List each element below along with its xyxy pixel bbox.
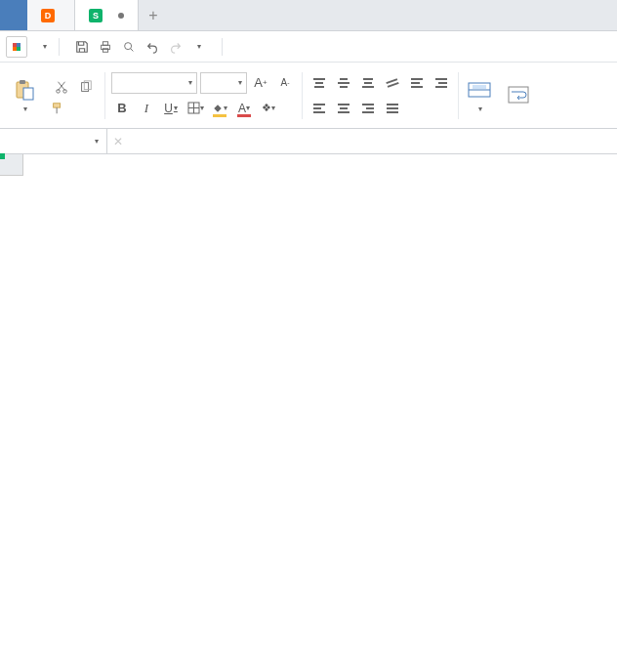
indent-increase-button[interactable]	[431, 72, 452, 94]
redo-button[interactable]	[165, 36, 186, 58]
underline-button[interactable]: U▾	[160, 98, 182, 119]
align-middle-button[interactable]	[333, 72, 354, 94]
align-center-button[interactable]	[333, 98, 354, 119]
font-shrink-button[interactable]: A-	[274, 72, 296, 94]
select-all-corner[interactable]	[0, 154, 23, 176]
font-size-combo[interactable]: ▾	[200, 72, 247, 94]
copy-button[interactable]	[75, 76, 97, 98]
svg-rect-15	[509, 87, 528, 103]
qat-customize[interactable]: ▾	[188, 36, 210, 58]
wrap-icon[interactable]	[506, 82, 531, 107]
paste-icon[interactable]	[12, 77, 37, 103]
sheet-icon: S	[89, 9, 103, 22]
formula-bar: ▾ ✕	[0, 129, 617, 154]
justify-button[interactable]	[382, 98, 403, 119]
svg-rect-6	[23, 88, 33, 100]
svg-rect-11	[54, 103, 61, 106]
merge-label[interactable]: ▾	[476, 105, 482, 113]
bold-button[interactable]: B	[111, 98, 133, 119]
file-menu[interactable]: ▾	[33, 42, 53, 51]
undo-button[interactable]	[142, 36, 163, 58]
svg-rect-14	[473, 85, 486, 89]
merge-group: ▾	[461, 68, 498, 123]
chevron-down-icon: ▾	[43, 42, 47, 51]
docer-icon: D	[41, 9, 55, 22]
border-button[interactable]: ▾	[185, 98, 206, 119]
align-right-button[interactable]	[357, 98, 379, 119]
quick-access-toolbar: ▾	[71, 36, 210, 58]
menu-bar: ▾ ▾	[0, 31, 617, 63]
align-top-button[interactable]	[308, 72, 330, 94]
align-bottom-button[interactable]	[357, 72, 379, 94]
clipboard-group	[45, 68, 103, 123]
print-preview-button[interactable]	[118, 36, 140, 58]
print-button[interactable]	[95, 36, 116, 58]
font-grow-button[interactable]: A+	[250, 72, 271, 94]
title-tabs: D S +	[0, 0, 617, 31]
save-button[interactable]	[71, 36, 93, 58]
font-name-combo[interactable]: ▾	[111, 72, 197, 94]
cancel-edit-button[interactable]: ✕	[113, 135, 123, 148]
paste-group: ▾	[6, 68, 43, 123]
indent-decrease-button[interactable]	[406, 72, 428, 94]
svg-rect-1	[103, 41, 107, 45]
cut-button[interactable]	[51, 76, 72, 98]
ribbon: ▾ ▾ ▾ A+ A- B I U▾ ▾ ▾ A▾ ❖▾	[0, 63, 617, 129]
dirty-dot-icon	[118, 13, 124, 19]
svg-point-3	[125, 42, 132, 49]
wrap-group	[500, 68, 537, 123]
paste-label[interactable]: ▾	[21, 105, 27, 113]
align-left-button[interactable]	[308, 98, 330, 119]
orientation-button[interactable]	[382, 72, 403, 94]
tab-add-button[interactable]: +	[139, 0, 168, 30]
italic-button[interactable]: I	[136, 98, 157, 119]
tab-workbook[interactable]: S	[75, 0, 139, 30]
app-menu-button[interactable]	[6, 36, 27, 58]
svg-rect-5	[20, 80, 25, 84]
chevron-down-icon: ▾	[95, 137, 99, 146]
effects-button[interactable]: ❖▾	[258, 98, 279, 119]
format-painter-button[interactable]	[51, 102, 97, 115]
tab-template[interactable]: D	[27, 0, 75, 30]
name-box[interactable]: ▾	[0, 129, 107, 153]
fill-color-button[interactable]: ▾	[209, 98, 230, 119]
spreadsheet-grid[interactable]	[0, 154, 617, 672]
merge-icon[interactable]	[467, 77, 492, 103]
font-color-button[interactable]: A▾	[233, 98, 255, 119]
tab-home[interactable]	[0, 0, 27, 30]
